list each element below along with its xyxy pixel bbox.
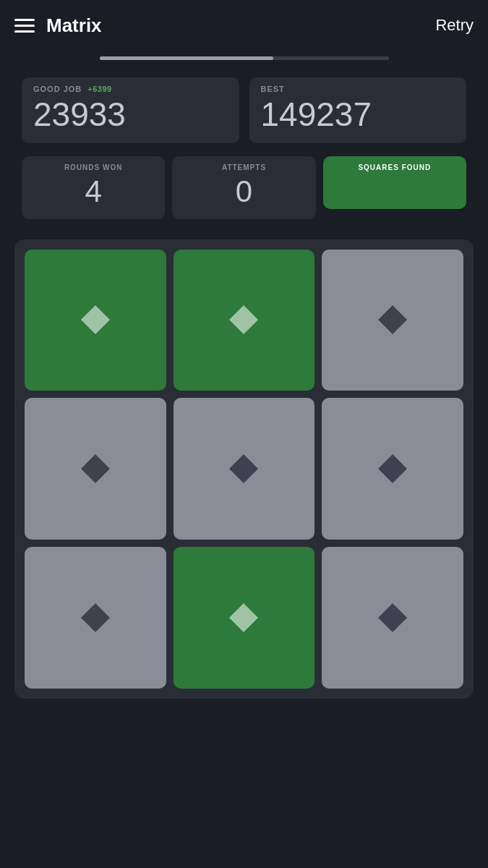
current-score-card: GOOD JOB +6399 23933 — [22, 77, 239, 143]
diamond-icon-4 — [226, 451, 262, 487]
squares-found-card: SQUARES FOUND — [323, 156, 466, 209]
best-score-card: BEST 149237 — [249, 77, 467, 143]
current-score-bonus: +6399 — [87, 85, 111, 93]
grid-section — [0, 229, 488, 713]
svg-marker-6 — [81, 603, 110, 632]
hamburger-menu-icon[interactable] — [14, 19, 35, 33]
current-score-value: 23933 — [33, 96, 126, 133]
diamond-icon-5 — [374, 451, 411, 487]
rounds-won-value: 4 — [85, 174, 101, 209]
grid-cell-3[interactable] — [25, 398, 166, 540]
scores-section: GOOD JOB +6399 23933 BEST 149237 — [0, 66, 488, 149]
retry-button[interactable]: Retry — [435, 16, 474, 35]
diamond-icon-6 — [77, 600, 114, 636]
square-found-icon-1 — [359, 179, 379, 199]
rounds-won-label: ROUNDS WON — [64, 163, 123, 171]
header-left: Matrix — [14, 14, 102, 37]
current-score-label-row: GOOD JOB +6399 — [33, 85, 112, 93]
rounds-won-card: ROUNDS WON 4 — [22, 156, 165, 219]
svg-marker-1 — [229, 305, 258, 334]
grid-cell-5[interactable] — [322, 398, 463, 540]
squares-found-icons — [359, 179, 431, 199]
diamond-icon-8 — [374, 600, 411, 636]
square-found-icon-3 — [411, 179, 431, 199]
svg-marker-8 — [378, 603, 407, 632]
attempts-card: ATTEMPTS 0 — [172, 156, 315, 219]
game-grid — [14, 239, 474, 699]
squares-found-label: SQUARES FOUND — [358, 163, 431, 171]
diamond-icon-0 — [77, 302, 114, 338]
svg-marker-5 — [378, 454, 407, 483]
grid-cell-1[interactable] — [174, 250, 315, 391]
diamond-icon-1 — [226, 302, 262, 338]
grid-cell-8[interactable] — [322, 547, 463, 689]
diamond-icon-7 — [226, 600, 262, 636]
progress-bar-fill — [100, 56, 273, 60]
diamond-icon-3 — [77, 451, 114, 487]
progress-bar-container — [0, 51, 488, 66]
best-score-value: 149237 — [261, 96, 372, 133]
svg-marker-7 — [229, 603, 258, 632]
square-found-icon-2 — [385, 179, 405, 199]
app-title: Matrix — [46, 14, 102, 37]
svg-marker-0 — [81, 305, 110, 334]
svg-marker-3 — [81, 454, 110, 483]
grid-cell-4[interactable] — [174, 398, 315, 540]
best-score-label-row: BEST — [261, 85, 285, 93]
attempts-value: 0 — [236, 174, 252, 209]
grid-cell-0[interactable] — [25, 250, 166, 391]
grid-cell-2[interactable] — [322, 250, 463, 391]
header: Matrix Retry — [0, 0, 488, 51]
grid-cell-6[interactable] — [25, 547, 166, 689]
diamond-icon-2 — [374, 302, 411, 338]
attempts-label: ATTEMPTS — [222, 163, 266, 171]
current-score-label: GOOD JOB — [33, 85, 82, 93]
svg-marker-2 — [378, 305, 407, 334]
grid-cell-7[interactable] — [174, 547, 315, 689]
progress-bar-track — [100, 56, 389, 60]
stats-section: ROUNDS WON 4 ATTEMPTS 0 SQUARES FOUND — [0, 149, 488, 229]
svg-marker-4 — [229, 454, 258, 483]
best-score-label: BEST — [261, 85, 285, 93]
